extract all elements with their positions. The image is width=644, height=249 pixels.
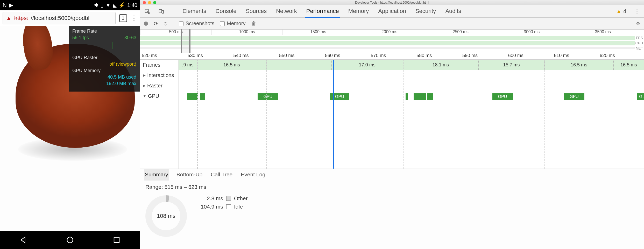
legend-swatch	[226, 196, 231, 201]
overview-tick: 1500 ms	[282, 30, 354, 35]
legend-value: 104.9 ms	[197, 204, 223, 210]
ruler-tick: 610 ms	[552, 53, 598, 59]
hud-gpumem-label: GPU Memory	[72, 68, 101, 73]
url-box[interactable]: ▲ https://localhost:5000/goodbl	[3, 12, 116, 24]
home-icon[interactable]	[66, 236, 74, 244]
details-tab-event-log[interactable]: Event Log	[240, 169, 266, 180]
tab-switcher[interactable]: 1	[119, 14, 127, 22]
details-tab-summary[interactable]: Summary	[144, 169, 169, 181]
frame-block[interactable]: 16.5 ms	[614, 60, 644, 70]
tab-security[interactable]: Security	[414, 8, 437, 15]
minimize-icon[interactable]	[148, 1, 151, 4]
playhead[interactable]	[333, 60, 334, 169]
frame-block[interactable]: 15.7 ms	[479, 60, 544, 70]
donut-center: 108 ms	[157, 213, 175, 219]
track-interactions[interactable]: ▶Interactions	[140, 70, 178, 80]
frame-block[interactable]: 16.5 ms	[544, 60, 614, 70]
record-button[interactable]	[144, 22, 148, 26]
gpu-row[interactable]: GPUGPUGPUGPUG…	[179, 91, 644, 102]
play-icon: ▶	[9, 2, 13, 9]
legend-row: 104.9 msIdle	[197, 204, 248, 210]
back-icon[interactable]	[19, 236, 27, 244]
frame-block[interactable]: .9 ms	[179, 60, 197, 70]
devtools-tabs: ElementsConsoleSourcesNetworkPerformance…	[140, 5, 644, 18]
trash-button[interactable]: 🗑	[251, 20, 256, 26]
summary-donut: 108 ms	[145, 195, 187, 237]
gpu-block[interactable]: GPU	[492, 93, 513, 100]
insecure-icon: ▲	[6, 15, 12, 22]
traffic-lights[interactable]	[143, 1, 156, 4]
frame-block[interactable]: 17.0 ms	[332, 60, 403, 70]
ruler-tick: 580 ms	[415, 53, 461, 59]
details-tab-call-tree[interactable]: Call Tree	[210, 169, 233, 180]
gpu-block[interactable]	[187, 93, 198, 100]
tab-memory[interactable]: Memory	[347, 8, 370, 15]
recents-icon[interactable]	[113, 236, 121, 244]
tab-elements[interactable]: Elements	[181, 8, 207, 15]
inspect-icon[interactable]	[144, 8, 151, 15]
legend-swatch	[226, 204, 231, 209]
gpu-block[interactable]	[427, 93, 433, 100]
track-frames[interactable]: Frames	[140, 60, 178, 70]
page-viewport[interactable]: Frame Rate 59.1 fps 30-63 GPU Raster off…	[0, 26, 140, 231]
device-toggle-icon[interactable]	[158, 8, 165, 15]
perf-overview[interactable]: 500 ms1000 ms1500 ms2000 ms2500 ms3000 m…	[140, 30, 644, 53]
legend-label: Other	[234, 195, 248, 202]
gpu-block[interactable]	[406, 93, 408, 100]
close-icon[interactable]	[143, 1, 146, 4]
overview-lane-label: CPU	[635, 40, 643, 46]
perf-toolbar: ⟳ ⦸ Screenshots Memory 🗑 ⚙	[140, 18, 644, 30]
reload-button[interactable]: ⟳	[154, 20, 158, 27]
screenshots-checkbox[interactable]: Screenshots	[179, 20, 214, 26]
tab-network[interactable]: Network	[275, 8, 298, 15]
flame-chart[interactable]: 520 ms530 ms540 ms550 ms560 ms570 ms580 …	[140, 53, 644, 169]
track-gpu[interactable]: ▼GPU	[140, 91, 178, 101]
svg-rect-3	[159, 9, 162, 13]
tab-audits[interactable]: Audits	[444, 8, 462, 15]
separator	[173, 8, 173, 15]
screenshots-input[interactable]	[179, 21, 183, 26]
frames-row[interactable]: .9 ms16.5 ms17.0 ms18.1 ms15.7 ms16.5 ms…	[179, 60, 644, 70]
clear-button[interactable]: ⦸	[164, 20, 167, 26]
memory-input[interactable]	[220, 21, 225, 26]
memory-checkbox[interactable]: Memory	[220, 20, 245, 26]
gpu-block[interactable]	[200, 93, 205, 100]
gpu-block[interactable]	[414, 93, 426, 100]
details-tab-bottom-up[interactable]: Bottom-Up	[175, 169, 203, 180]
tab-console[interactable]: Console	[215, 8, 238, 15]
overview-net-lane	[140, 47, 635, 49]
overview-lane-label: NET	[635, 46, 643, 51]
tab-performance[interactable]: Performance	[305, 8, 340, 18]
warning-icon: ▲	[616, 8, 622, 15]
summary-legend: 2.8 msOther104.9 msIdle	[197, 195, 248, 212]
zoom-icon[interactable]	[153, 1, 156, 4]
ruler-tick: 560 ms	[323, 53, 369, 59]
android-statusbar: N ▶ ✱ ▯ ▼ ◣ ⚡ 1:40	[0, 0, 140, 10]
svg-rect-4	[162, 10, 164, 13]
settings-gear-icon[interactable]: ⚙	[636, 20, 640, 27]
frame-block[interactable]: 16.5 ms	[197, 60, 267, 70]
window-title: Developer Tools - https://localhost:5000…	[355, 1, 429, 4]
overview-tick: 500 ms	[140, 30, 211, 35]
track-raster[interactable]: ▶Raster	[140, 80, 178, 91]
gpu-block[interactable]: G…	[637, 93, 644, 100]
gpu-block[interactable]: GPU	[564, 93, 584, 100]
fps-hud: Frame Rate 59.1 fps 30-63 GPU Raster off…	[69, 26, 140, 92]
frame-block[interactable]	[266, 60, 331, 70]
devtools-menu-icon[interactable]: ⋮	[634, 8, 640, 15]
warnings-badge[interactable]: ▲ 4	[616, 8, 626, 15]
frame-block[interactable]: 18.1 ms	[403, 60, 479, 70]
frame-gridline	[403, 60, 404, 169]
chrome-menu-icon[interactable]: ⋮	[131, 14, 137, 22]
flame-tracks: Frames ▶Interactions ▶Raster ▼GPU	[140, 60, 179, 169]
range-text: Range: 515 ms – 623 ms	[145, 184, 639, 190]
overview-selection[interactable]	[181, 30, 190, 53]
frame-gridline	[197, 60, 198, 169]
overview-fps-lane	[140, 36, 635, 40]
tab-application[interactable]: Application	[377, 8, 407, 15]
ruler-tick: 550 ms	[278, 53, 323, 59]
tab-sources[interactable]: Sources	[245, 8, 268, 15]
gpu-block[interactable]: GPU	[258, 93, 278, 100]
overview-tick: 3500 ms	[567, 30, 638, 35]
legend-value: 2.8 ms	[197, 195, 223, 202]
